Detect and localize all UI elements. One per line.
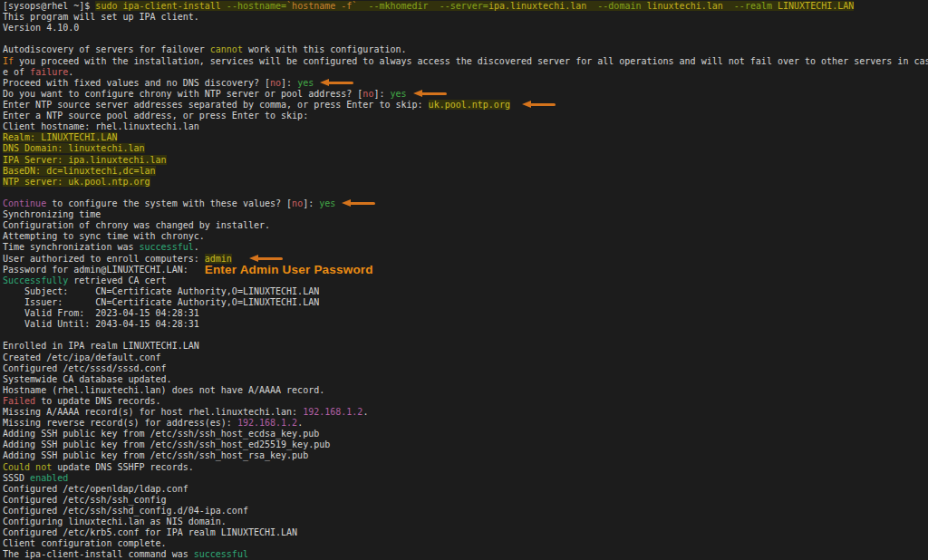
terminal-line: Valid From: 2023-04-15 04:28:31 — [3, 308, 928, 319]
terminal-line: DNS Domain: linuxtechi.lan — [3, 143, 928, 154]
terminal-text-segment: Proceed with fixed values and no DNS dis… — [3, 78, 270, 88]
command-flag-domain: --domain — [586, 1, 646, 11]
terminal-line: The ipa-client-install command was succe… — [3, 549, 928, 560]
terminal-text-segment: retrieved CA cert — [68, 275, 166, 285]
terminal-line: e of failure. — [3, 67, 928, 78]
terminal-line: Time synchronization was successful. — [3, 242, 928, 253]
terminal-line: Created /etc/ipa/default.conf — [3, 352, 928, 363]
terminal-text-segment: Continue — [3, 198, 46, 208]
terminal-text-segment: Configured /etc/sssd/sssd.conf — [3, 363, 167, 373]
arrow-left-icon — [522, 101, 556, 109]
terminal-text-segment — [232, 254, 243, 264]
terminal-text-segment: Missing A/AAAA record(s) for host rhel.l… — [3, 407, 303, 417]
terminal-line: Missing reverse record(s) for address(es… — [3, 418, 928, 429]
command-flag-mkhomedir: --mkhomedir — [357, 1, 428, 11]
terminal-text-segment: enabled — [30, 473, 68, 483]
terminal-text-segment — [510, 100, 516, 110]
terminal-line: Successfully retrieved CA cert — [3, 275, 928, 286]
terminal-line: Adding SSH public key from /etc/ssh/ssh_… — [3, 439, 928, 450]
terminal-line: Realm: LINUXTECHI.LAN — [3, 132, 928, 143]
terminal-text-segment: Configured /etc/ssh/sshd_config.d/04-ipa… — [3, 506, 248, 516]
client-hostname-text: Client hostname: rhel.linuxtechi.lan — [3, 121, 199, 131]
terminal-text-segment: Configured /etc/openldap/ldap.conf — [3, 484, 188, 494]
ip-address: 192.168.1.2 — [303, 407, 362, 417]
terminal-text-segment: Do you want to configure chrony with NTP… — [3, 89, 362, 99]
terminal-line: BaseDN: dc=linuxtechi,dc=lan — [3, 166, 928, 177]
arrow-left-icon — [342, 199, 376, 208]
terminal-text-segment: no — [292, 198, 303, 208]
terminal-text-segment: Adding SSH public key from /etc/ssh/ssh_… — [3, 429, 319, 439]
terminal-line — [3, 34, 928, 44]
terminal-line: Configuration of chrony was changed by i… — [3, 220, 928, 231]
command-flag-realm: --realm — [723, 1, 778, 11]
terminal-line: Configured /etc/sssd/sssd.conf — [3, 363, 928, 374]
terminal-line: Missing A/AAAA record(s) for host rhel.l… — [3, 407, 928, 418]
terminal-text-segment: Successfully — [3, 275, 68, 285]
terminal-line: Configured /etc/ssh/ssh_config — [3, 495, 928, 506]
terminal-line — [3, 330, 928, 341]
terminal-text-segment: Time synchronization was — [3, 242, 140, 252]
terminal-line: NTP server: uk.pool.ntp.org — [3, 177, 928, 188]
terminal-line: Client configuration complete. — [3, 538, 928, 549]
terminal-line: Hostname (rhel.linuxtechi.lan) does not … — [3, 385, 928, 396]
terminal-line: This program will set up IPA client. — [3, 12, 928, 23]
terminal-text-segment: Adding SSH public key from /etc/ssh/ssh_… — [3, 439, 330, 449]
terminal-text-segment: cannot — [210, 44, 243, 54]
terminal-text-segment: Configuration of chrony was changed by i… — [3, 220, 270, 230]
admin-password-annotation: Enter Admin User Password — [205, 263, 373, 276]
cert-subject: Subject: CN=Certificate Authority,O=LINU… — [3, 286, 319, 296]
command-server-value: ipa.linuxtechi.lan — [488, 1, 586, 11]
terminal-line: User authorized to enroll computers: adm… — [3, 254, 928, 265]
realm-summary: Realm: LINUXTECHI.LAN — [3, 132, 117, 142]
arrow-left-icon — [320, 79, 354, 87]
terminal-line: Configuring linuxtechi.lan as NIS domain… — [3, 517, 928, 527]
terminal-text-segment: Could not — [3, 462, 52, 472]
ntp-server-summary: NTP server: uk.pool.ntp.org — [3, 177, 150, 187]
terminal-line — [3, 188, 928, 198]
terminal-text-segment: Autodiscovery of servers for failover — [3, 44, 210, 54]
terminal-text-segment: Password for admin@LINUXTECHI.LAN: — [3, 265, 188, 275]
terminal-text-segment: failure — [30, 67, 68, 77]
terminal-text-segment: This program will set up IPA client. — [3, 12, 199, 22]
answer-yes: yes — [390, 89, 406, 99]
terminal-text-segment: ]: — [303, 198, 319, 208]
dns-domain-summary: DNS Domain: linuxtechi.lan — [3, 143, 145, 153]
terminal-text-segment: . — [362, 407, 368, 417]
terminal-text-segment: Enter a NTP source pool address, or pres… — [3, 111, 308, 121]
cert-valid-from: Valid From: 2023-04-15 04:28:31 — [3, 308, 199, 318]
terminal-line: Systemwide CA database updated. — [3, 374, 928, 385]
terminal-text-segment: Created /etc/ipa/default.conf — [3, 352, 161, 362]
terminal-line: Enter NTP source server addresses separa… — [3, 100, 928, 111]
arrow-left-icon — [413, 90, 448, 98]
terminal-window: [sysops@rhel ~]$ sudo ipa-client-install… — [0, 0, 928, 560]
terminal-line: Attempting to sync time with chronyc. — [3, 231, 928, 242]
terminal-line: Failed to update DNS records. — [3, 396, 928, 407]
terminal-line: IPA Server: ipa.linuxtechi.lan — [3, 155, 928, 166]
terminal-line: Autodiscovery of servers for failover ca… — [3, 44, 928, 55]
ipa-server-summary: IPA Server: ipa.linuxtechi.lan — [3, 155, 167, 165]
command-flag-hostname: --hostname= — [227, 1, 286, 11]
command-name: sudo ipa-client-install — [95, 1, 227, 11]
terminal-text-segment: Systemwide CA database updated. — [3, 374, 172, 384]
answer-yes: yes — [297, 78, 314, 88]
terminal-text-segment: Enrolled in IPA realm LINUXTECHI.LAN — [3, 341, 199, 351]
terminal-text-segment: User authorized to enroll computers: — [3, 254, 205, 264]
terminal-line: [sysops@rhel ~]$ sudo ipa-client-install… — [3, 1, 928, 12]
terminal-text-segment: Enter NTP source server addresses separa… — [3, 100, 429, 110]
terminal-text-segment: Configured /etc/ssh/ssh_config — [3, 495, 167, 505]
terminal-text-segment: Configuring linuxtechi.lan as NIS domain… — [3, 517, 227, 526]
terminal-line: Could not update DNS SSHFP records. — [3, 462, 928, 473]
terminal-text-segment: If — [3, 56, 14, 66]
terminal-line: Continue to configure the system with th… — [3, 198, 928, 209]
terminal-text-segment: Adding SSH public key from /etc/ssh/ssh_… — [3, 450, 308, 460]
terminal-line: Enter a NTP source pool address, or pres… — [3, 111, 928, 121]
terminal-text-segment: ]: — [373, 89, 390, 99]
shell-prompt: [sysops@rhel ~]$ — [3, 1, 95, 11]
terminal-line: Enrolled in IPA realm LINUXTECHI.LAN — [3, 341, 928, 352]
terminal-text-segment: to update DNS records. — [35, 396, 160, 406]
terminal-text-segment: Hostname (rhel.linuxtechi.lan) does not … — [3, 385, 324, 395]
final-status: successful — [194, 549, 248, 559]
terminal-line: Version 4.10.0 — [3, 23, 928, 34]
admin-user-value: admin — [205, 254, 232, 264]
command-realm-value: LINUXTECHI.LAN — [778, 1, 854, 11]
